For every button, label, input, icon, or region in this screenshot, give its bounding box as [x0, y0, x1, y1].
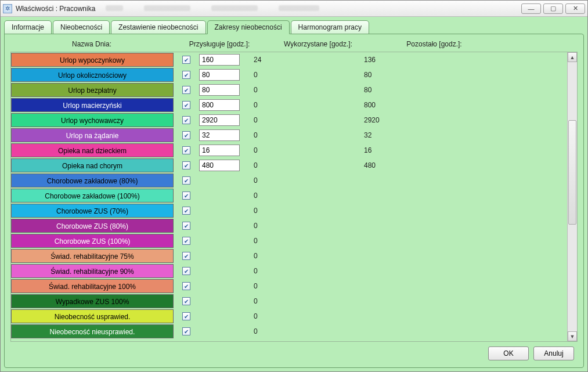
used-value: 0	[251, 86, 356, 94]
absence-label: Chorobowe ZUS (70%)	[11, 204, 174, 218]
table-row: Świad. rehabilitacyjne 90%✔0	[11, 263, 567, 279]
vertical-scrollbar[interactable]: ▲ ▼	[567, 52, 577, 341]
enabled-checkbox[interactable]: ✔	[182, 176, 190, 185]
checkbox-cell: ✔	[179, 161, 193, 170]
entitled-input[interactable]	[199, 114, 240, 126]
checkbox-cell: ✔	[179, 116, 193, 125]
tab-1[interactable]: Nieobecności	[53, 20, 110, 34]
tab-4[interactable]: Harmonogram pracy	[291, 20, 369, 34]
enabled-checkbox[interactable]: ✔	[182, 237, 190, 245]
tab-0[interactable]: Informacje	[4, 20, 52, 34]
ok-button[interactable]: OK	[488, 346, 529, 360]
enabled-checkbox[interactable]: ✔	[182, 312, 190, 320]
absence-label: Opieka nad dzieckiem	[11, 143, 174, 157]
table-row: Urlop na żądanie✔032	[11, 128, 567, 143]
used-value: 0	[251, 222, 356, 230]
enabled-checkbox[interactable]: ✔	[182, 252, 190, 260]
checkbox-cell: ✔	[179, 146, 193, 155]
used-value: 0	[251, 116, 356, 124]
column-headers: Nazwa Dnia: Przysługuje [godz.]: Wykorzy…	[10, 39, 578, 52]
entitled-cell	[199, 69, 246, 81]
entitled-input[interactable]	[199, 69, 240, 81]
scroll-up-button[interactable]: ▲	[568, 52, 577, 62]
enabled-checkbox[interactable]: ✔	[182, 101, 190, 109]
checkbox-cell: ✔	[179, 131, 193, 140]
enabled-checkbox[interactable]: ✔	[182, 297, 190, 305]
absence-label: Chorobowe zakładowe (100%)	[11, 189, 174, 203]
absence-label: Urlop wychowawczy	[11, 113, 174, 127]
checkbox-cell: ✔	[179, 176, 193, 185]
checkbox-cell: ✔	[179, 207, 193, 215]
used-value: 0	[251, 267, 356, 275]
col-left: Pozostało [godz.]:	[382, 40, 486, 48]
entitled-cell	[199, 84, 246, 96]
tabstrip: InformacjeNieobecnościZestawienie nieobe…	[4, 20, 584, 34]
enabled-checkbox[interactable]: ✔	[182, 161, 190, 169]
table-row: Urlop okolicznościowy✔080	[11, 67, 567, 82]
enabled-checkbox[interactable]: ✔	[182, 267, 190, 275]
minimize-icon: —	[528, 5, 535, 12]
absence-label: Świad. rehabilitacyjne 100%	[11, 279, 174, 293]
rows-body: Urlop wypoczynkowy✔24136Urlop okolicznoś…	[11, 52, 567, 341]
used-value: 0	[251, 207, 356, 215]
enabled-checkbox[interactable]: ✔	[182, 116, 190, 124]
checkbox-cell: ✔	[179, 192, 193, 200]
table-row: Urlop bezpłatny✔080	[11, 82, 567, 97]
tab-2[interactable]: Zestawienie nieobecności	[111, 20, 205, 34]
table-row: Nieobecność usprawied.✔0	[11, 309, 567, 324]
left-value: 16	[362, 146, 466, 154]
table-row: Nieobecność nieusprawied.✔0	[11, 324, 567, 339]
entitled-input[interactable]	[199, 54, 240, 66]
col-name: Nazwa Dnia:	[10, 40, 173, 48]
enabled-checkbox[interactable]: ✔	[182, 71, 190, 79]
absence-label: Chorobowe zakładowe (80%)	[11, 174, 174, 187]
entitled-cell	[199, 145, 246, 156]
entitled-input[interactable]	[199, 84, 240, 96]
absence-label: Urlop na żądanie	[11, 128, 174, 142]
used-value: 0	[251, 312, 356, 320]
titlebar[interactable]: ✲ Właściwości : Pracownika — ▢ ✕	[1, 1, 587, 17]
absence-label: Świad. rehabilitacyjne 90%	[11, 264, 174, 278]
table-row: Chorobowe zakładowe (100%)✔0	[11, 188, 567, 203]
checkbox-cell: ✔	[179, 312, 193, 321]
enabled-checkbox[interactable]: ✔	[182, 222, 190, 230]
used-value: 0	[251, 71, 356, 79]
enabled-checkbox[interactable]: ✔	[182, 327, 190, 335]
enabled-checkbox[interactable]: ✔	[182, 146, 190, 154]
entitled-input[interactable]	[199, 129, 240, 141]
tab-3[interactable]: Zakresy nieobecności	[207, 20, 290, 34]
properties-window: ✲ Właściwości : Pracownika — ▢ ✕ Informa…	[0, 0, 588, 372]
cancel-button[interactable]: Anuluj	[533, 346, 574, 360]
used-value: 0	[251, 146, 356, 154]
absence-label: Urlop macierzyński	[11, 98, 174, 112]
scroll-track[interactable]	[568, 62, 577, 331]
entitled-input[interactable]	[199, 160, 240, 171]
used-value: 24	[251, 56, 356, 64]
table-row: Świad. rehabilitacyjne 75%✔0	[11, 248, 567, 263]
entitled-input[interactable]	[199, 99, 240, 111]
used-value: 0	[251, 252, 356, 260]
checkbox-cell: ✔	[179, 56, 193, 64]
entitled-input[interactable]	[199, 145, 240, 156]
enabled-checkbox[interactable]: ✔	[182, 86, 190, 94]
left-value: 136	[362, 56, 466, 64]
table-row: Świad. rehabilitacyjne 100%✔0	[11, 279, 567, 294]
maximize-button[interactable]: ▢	[543, 3, 563, 14]
absence-label: Urlop okolicznościowy	[11, 68, 174, 82]
scroll-down-button[interactable]: ▼	[568, 331, 577, 341]
minimize-button[interactable]: —	[521, 3, 541, 14]
enabled-checkbox[interactable]: ✔	[182, 207, 190, 215]
col-used: Wykorzystane [godz.]:	[266, 40, 370, 48]
scroll-thumb[interactable]	[568, 120, 576, 225]
enabled-checkbox[interactable]: ✔	[182, 56, 190, 64]
enabled-checkbox[interactable]: ✔	[182, 282, 190, 290]
enabled-checkbox[interactable]: ✔	[182, 131, 190, 139]
left-value: 800	[362, 101, 466, 109]
absence-label: Nieobecność nieusprawied.	[11, 324, 174, 338]
close-button[interactable]: ✕	[565, 3, 585, 14]
absence-label: Opieka nad chorym	[11, 158, 174, 172]
enabled-checkbox[interactable]: ✔	[182, 192, 190, 200]
table-row: Chorobowe ZUS (100%)✔0	[11, 233, 567, 248]
absence-label: Urlop bezpłatny	[11, 83, 174, 97]
used-value: 0	[251, 161, 356, 169]
